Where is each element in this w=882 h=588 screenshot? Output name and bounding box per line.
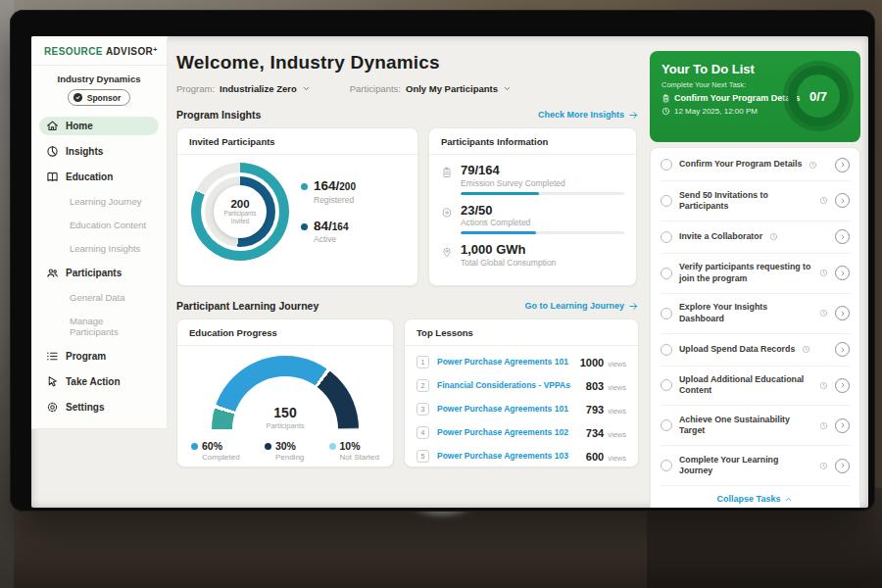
gauge-center-value: 150 [212, 406, 359, 419]
participants-filter-dropdown[interactable]: Participants: Only My Participants [350, 83, 512, 94]
stat-progress-bar [461, 192, 624, 195]
program-insights-header: Program Insights Check More Insights [176, 109, 639, 121]
logo-primary: RESOURCE [44, 46, 103, 57]
task-checkbox[interactable] [661, 268, 672, 279]
arrow-right-icon [628, 301, 639, 312]
todo-progress-value: 0/7 [809, 89, 827, 104]
lesson-rank-badge: 3 [416, 403, 429, 416]
todo-task-send-50-invitations-to-participants[interactable]: Send 50 Invitations to Participants [661, 180, 850, 220]
lesson-views: 734 views [586, 423, 626, 441]
main-content: Welcome, Industry Dynamics Program: Indu… [176, 36, 639, 467]
education-progress-gauge-chart: 150 Participants [212, 356, 359, 430]
insights-icon [46, 145, 59, 158]
sidebar-item-learning-insights[interactable]: Learning Insights [39, 240, 159, 257]
lesson-row: 5 Power Purchase Agreements 103 600 view… [416, 444, 626, 467]
task-checkbox[interactable] [661, 308, 672, 319]
go-to-learning-journey-link[interactable]: Go to Learning Journey [524, 301, 639, 312]
gauge-legend-item: 30% Pending [265, 440, 304, 462]
task-open-button[interactable] [835, 378, 850, 393]
program-insights-title: Program Insights [176, 109, 261, 121]
learning-cards-row: Education Progress 150 Participants 60% … [176, 318, 639, 467]
lesson-link[interactable]: Power Purchase Agreements 101 [437, 404, 578, 414]
sponsor-icon [73, 92, 83, 103]
clock-icon [769, 232, 778, 241]
gauge-center-label: Participants [212, 421, 359, 430]
learning-journey-title: Participant Learning Journey [176, 300, 318, 312]
todo-task-achieve-one-sustainability-target[interactable]: Achieve One Sustainability Target [661, 405, 850, 445]
sidebar-item-education[interactable]: Education [39, 168, 159, 186]
task-checkbox[interactable] [661, 379, 672, 391]
todo-task-confirm-your-program-details[interactable]: Confirm Your Program Details [661, 149, 850, 180]
legend-dot [329, 443, 336, 450]
sidebar-item-participants[interactable]: Participants [39, 264, 159, 282]
sidebar-item-insights[interactable]: Insights [39, 142, 159, 161]
task-checkbox[interactable] [661, 460, 672, 471]
lesson-link[interactable]: Power Purchase Agreements 102 [437, 427, 578, 437]
sidebar-item-settings[interactable]: Settings [39, 398, 159, 416]
lesson-rank-badge: 4 [416, 426, 429, 439]
lesson-link[interactable]: Power Purchase Agreements 101 [437, 357, 572, 367]
donut-legend: 164/200 Registered 84/164 Active [301, 179, 356, 244]
legend-dot [191, 443, 198, 450]
todo-task-explore-your-insights-dashboard[interactable]: Explore Your Insights Dashboard [661, 293, 850, 333]
gauge-center: 150 Participants [212, 406, 359, 430]
program-filter-dropdown[interactable]: Program: Industrialize Zero [176, 83, 311, 94]
stat-value: 79/164 [461, 164, 624, 177]
task-open-button[interactable] [835, 342, 850, 357]
stat-label: Emission Survey Completed [461, 178, 624, 188]
lesson-link[interactable]: Financial Considerations - VPPAs [437, 380, 578, 390]
donut-center: 200 Participants Invited [214, 185, 267, 238]
sidebar-item-manage-participants[interactable]: Manage Participants [39, 313, 159, 340]
check-more-insights-label: Check More Insights [538, 110, 624, 120]
participants-icon [46, 267, 59, 279]
task-open-button[interactable] [835, 193, 850, 208]
collapse-tasks-label: Collapse Tasks [717, 494, 781, 504]
donut-legend-item: 164/200 Registered [301, 179, 356, 205]
sidebar-item-education-content[interactable]: Education Content [39, 217, 159, 233]
task-open-button[interactable] [835, 266, 850, 280]
lesson-views: 803 views [586, 376, 626, 394]
participant-stat-row: 23/50 Actions Completed [441, 204, 624, 235]
sponsor-badge: Sponsor [68, 89, 130, 106]
participant-stat-row: 1,000 GWh Total Global Consumption [441, 243, 624, 268]
sidebar-item-home[interactable]: Home [39, 117, 159, 135]
task-open-button[interactable] [835, 459, 850, 473]
gauge-legend: 60% Completed 30% Pending 10% Not Starte… [177, 440, 393, 462]
collapse-tasks-link[interactable]: Collapse Tasks [661, 485, 850, 508]
monitor-bezel: RESOURCEADVISOR+ Industry Dynamics Spons… [10, 10, 875, 512]
lesson-row: 2 Financial Considerations - VPPAs 803 v… [416, 373, 626, 397]
task-open-button[interactable] [835, 306, 850, 320]
todo-column: Your To Do List Complete Your Next Task:… [650, 36, 860, 508]
sidebar-item-learning-journey[interactable]: Learning Journey [39, 193, 159, 210]
lesson-link[interactable]: Power Purchase Agreements 103 [437, 451, 578, 461]
task-checkbox[interactable] [661, 159, 672, 171]
todo-task-complete-your-learning-journey[interactable]: Complete Your Learning Journey [661, 445, 850, 485]
chevron-down-icon [302, 84, 311, 93]
task-open-button[interactable] [835, 229, 850, 244]
lesson-views: 1000 views [580, 353, 626, 370]
go-to-learning-journey-label: Go to Learning Journey [524, 301, 624, 311]
check-more-insights-link[interactable]: Check More Insights [538, 110, 639, 121]
survey-icon [441, 167, 453, 178]
clock-icon [819, 421, 828, 430]
education-icon [46, 171, 59, 183]
task-checkbox[interactable] [661, 344, 672, 356]
sidebar-item-program[interactable]: Program [39, 347, 159, 366]
task-open-button[interactable] [835, 418, 850, 433]
todo-task-upload-additional-educational-content[interactable]: Upload Additional Educational Content [661, 366, 850, 406]
task-checkbox[interactable] [661, 195, 672, 207]
task-checkbox[interactable] [661, 419, 672, 431]
task-open-button[interactable] [835, 158, 850, 172]
sidebar-item-take-action[interactable]: Take Action [39, 372, 159, 391]
lesson-row: 3 Power Purchase Agreements 101 793 view… [416, 397, 626, 420]
participants-filter-value: Only My Participants [406, 83, 498, 94]
donut-center-label: Participants Invited [220, 210, 261, 224]
todo-task-upload-spend-data-records[interactable]: Upload Spend Data Records [661, 333, 850, 366]
todo-task-invite-a-collaborator[interactable]: Invite a Collaborator [661, 220, 850, 253]
task-checkbox[interactable] [661, 231, 672, 243]
logo-plus: + [153, 46, 158, 53]
sidebar-item-general-data[interactable]: General Data [39, 289, 159, 306]
sidebar-nav: Home Insights Education Learning Journey… [31, 117, 167, 416]
todo-task-verify-participants-requesting-to-join-the-program[interactable]: Verify participants requesting to join t… [661, 253, 850, 293]
clipboard-icon [662, 94, 670, 103]
